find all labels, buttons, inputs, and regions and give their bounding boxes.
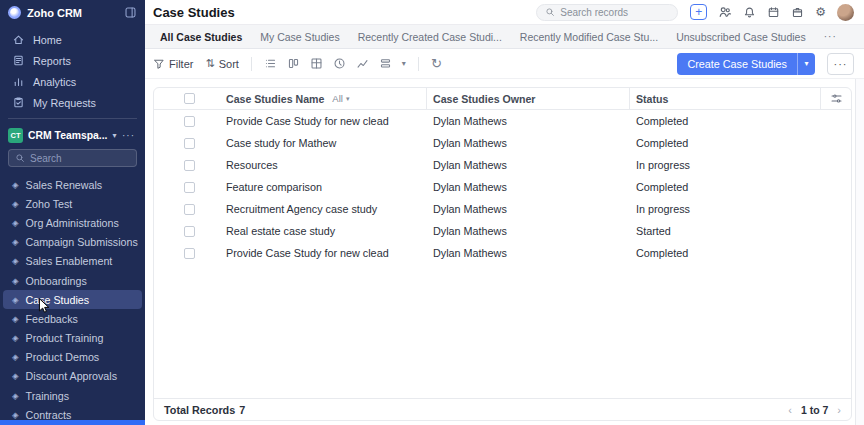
user-avatar[interactable] — [837, 4, 854, 21]
create-dropdown-button[interactable]: ▾ — [797, 53, 815, 75]
toolbar-divider — [251, 57, 252, 71]
calendar-icon[interactable] — [767, 6, 780, 19]
sidebar-module-item[interactable]: ◈ Zoho Test — [3, 194, 142, 213]
table-row[interactable]: Resources Dylan Mathews In progress — [154, 154, 851, 176]
row-checkbox[interactable] — [184, 116, 195, 127]
table-row[interactable]: Real estate case study Dylan Mathews Sta… — [154, 220, 851, 242]
sidebar-item-home[interactable]: Home — [3, 29, 142, 50]
table-row[interactable]: Provide Case Study for new clead Dylan M… — [154, 110, 851, 132]
sidebar-module-item[interactable]: ◈ Trainings — [3, 386, 142, 405]
column-header-label: Case Studies Name — [226, 93, 324, 105]
sidebar-item-analytics[interactable]: Analytics — [3, 71, 142, 92]
case-study-name[interactable]: Recruitment Agency case study — [220, 203, 427, 215]
case-study-owner: Dylan Mathews — [427, 203, 630, 215]
filter-button[interactable]: Filter — [153, 58, 193, 70]
notifications-icon[interactable] — [743, 6, 756, 19]
column-header-label: Case Studies Owner — [433, 93, 535, 105]
sidebar-module-item[interactable]: ◈ Sales Renewals — [3, 175, 142, 194]
table-view-icon[interactable] — [310, 57, 323, 70]
top-bar: Case Studies + ⚙ — [145, 0, 864, 25]
list-view-icon[interactable] — [264, 57, 277, 70]
case-study-name[interactable]: Real estate case study — [220, 225, 427, 237]
column-settings-icon[interactable] — [821, 88, 851, 109]
refresh-icon[interactable]: ↻ — [431, 57, 442, 70]
global-search[interactable] — [536, 4, 678, 21]
module-label: Sales Renewals — [26, 179, 103, 191]
table-row[interactable]: Feature comparison Dylan Mathews Complet… — [154, 176, 851, 198]
case-study-name[interactable]: Provide Case Study for new clead — [220, 247, 427, 259]
name-filter-value: All — [332, 93, 343, 104]
quick-create-button[interactable]: + — [690, 4, 707, 20]
column-header-name[interactable]: Case Studies Name All ▾ — [220, 88, 427, 109]
views-chevron-icon[interactable]: ▾ — [402, 59, 406, 68]
view-tab[interactable]: All Case Studies — [160, 31, 242, 43]
pagination-prev-icon[interactable]: ‹ — [788, 404, 792, 416]
more-actions-button[interactable]: ··· — [827, 53, 854, 75]
module-icon: ◈ — [12, 237, 19, 247]
sidebar-search[interactable] — [8, 149, 137, 167]
analytics-icon — [12, 75, 25, 88]
content-area: Case Studies Name All ▾ Case Studies Own… — [145, 79, 864, 425]
view-tab-label: Recently Modified Case Stu... — [520, 31, 658, 43]
sidebar-module-item[interactable]: ◈ Discount Approvals — [3, 367, 142, 386]
create-case-studies-button[interactable]: Create Case Studies — [677, 53, 797, 75]
row-checkbox[interactable] — [184, 160, 195, 171]
tabs-overflow-button[interactable]: ··· — [824, 31, 837, 42]
case-study-name[interactable]: Resources — [220, 159, 427, 171]
sidebar: Zoho CRM Home Reports Analytics My Reque… — [0, 0, 145, 425]
marketplace-icon[interactable] — [791, 6, 804, 19]
sidebar-module-item[interactable]: ◈ Org Administrations — [3, 213, 142, 232]
sidebar-module-item[interactable]: ◈ Feedbacks — [3, 309, 142, 328]
sidebar-module-item[interactable]: ◈ Campaign Submissions — [3, 233, 142, 252]
global-search-input[interactable] — [560, 7, 669, 18]
view-tab[interactable]: My Case Studies — [260, 31, 339, 43]
view-tab[interactable]: Recently Modified Case Stu... — [520, 31, 658, 43]
queue-view-icon[interactable] — [379, 57, 392, 70]
case-study-status: Completed — [630, 115, 821, 127]
sidebar-item-reports[interactable]: Reports — [3, 50, 142, 71]
sidebar-module-item[interactable]: ◈ Onboardings — [3, 271, 142, 290]
pagination-next-icon[interactable]: › — [837, 404, 841, 416]
row-checkbox[interactable] — [184, 226, 195, 237]
case-study-status: Completed — [630, 247, 821, 259]
collapsed-right-panel[interactable] — [855, 79, 864, 425]
chart-view-icon[interactable] — [356, 57, 369, 70]
module-label: Product Demos — [26, 351, 100, 363]
users-icon[interactable] — [718, 5, 732, 19]
table-row[interactable]: Recruitment Agency case study Dylan Math… — [154, 198, 851, 220]
timeline-view-icon[interactable] — [333, 57, 346, 70]
table-row[interactable]: Case study for Mathew Dylan Mathews Comp… — [154, 132, 851, 154]
sidebar-item-my-requests[interactable]: My Requests — [3, 92, 142, 113]
chevron-down-icon: ▾ — [113, 131, 117, 140]
collapse-sidebar-icon[interactable] — [124, 6, 137, 19]
sort-label: Sort — [219, 58, 239, 70]
my-requests-icon — [12, 96, 25, 109]
column-header-owner[interactable]: Case Studies Owner — [427, 88, 630, 109]
view-tab-label: Recently Created Case Studi... — [358, 31, 502, 43]
row-checkbox[interactable] — [184, 204, 195, 215]
row-checkbox[interactable] — [184, 248, 195, 259]
column-header-status[interactable]: Status — [630, 88, 821, 109]
sidebar-item-label: My Requests — [33, 97, 96, 109]
row-checkbox[interactable] — [184, 138, 195, 149]
sort-button[interactable]: ⇅ Sort — [205, 57, 238, 70]
name-column-filter[interactable]: All ▾ — [332, 93, 349, 104]
case-study-name[interactable]: Case study for Mathew — [220, 137, 427, 149]
settings-icon[interactable]: ⚙ — [815, 6, 826, 18]
sidebar-module-item[interactable]: ◈ Case Studies — [3, 290, 142, 309]
sidebar-module-item[interactable]: ◈ Product Demos — [3, 348, 142, 367]
select-all-checkbox[interactable] — [184, 93, 195, 104]
kanban-view-icon[interactable] — [287, 57, 300, 70]
case-study-owner: Dylan Mathews — [427, 247, 630, 259]
table-row[interactable]: Provide Case Study for new clead Dylan M… — [154, 242, 851, 264]
case-study-name[interactable]: Feature comparison — [220, 181, 427, 193]
row-checkbox[interactable] — [184, 182, 195, 193]
teamspace-selector[interactable]: CT CRM Teamspa... ▾ ··· — [0, 124, 145, 146]
teamspace-more-button[interactable]: ··· — [122, 130, 135, 141]
case-study-name[interactable]: Provide Case Study for new clead — [220, 115, 427, 127]
view-tab[interactable]: Unsubscribed Case Studies — [676, 31, 806, 43]
sidebar-module-item[interactable]: ◈ Sales Enablement — [3, 252, 142, 271]
sidebar-search-input[interactable] — [30, 153, 130, 164]
view-tab[interactable]: Recently Created Case Studi... — [358, 31, 502, 43]
sidebar-module-item[interactable]: ◈ Product Training — [3, 329, 142, 348]
